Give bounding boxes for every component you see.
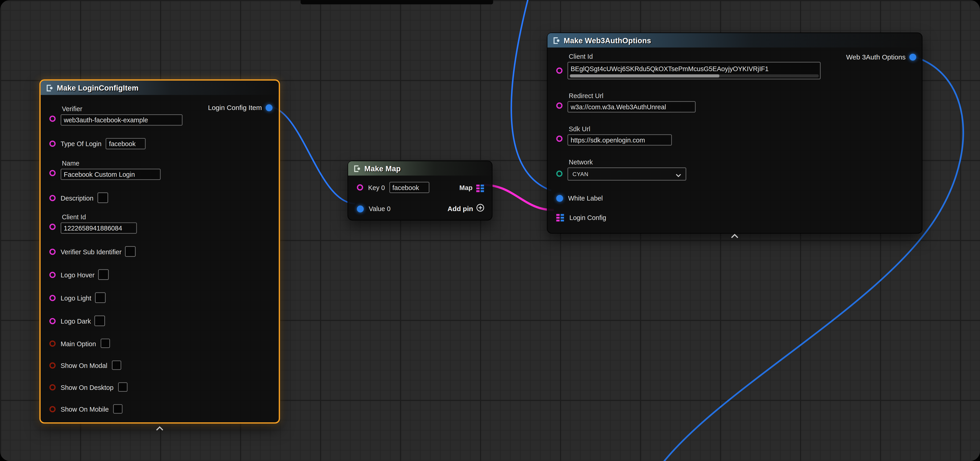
input-pin-verifier[interactable]: [49, 116, 56, 122]
pin-label-redirect-url: Redirect Url: [569, 92, 696, 100]
input-pin-type-of-login[interactable]: [49, 141, 56, 147]
sdk-url-input[interactable]: [568, 134, 672, 145]
input-pin-value-0[interactable]: [357, 205, 364, 212]
add-pin-button[interactable]: Add pin: [447, 203, 484, 214]
wire-top-to-whitelabel[interactable]: [511, 0, 551, 191]
input-pin-logo-light[interactable]: [49, 294, 56, 301]
pin-label-main-option: Main Option: [60, 340, 96, 347]
make-map-icon: [353, 165, 361, 172]
name-input[interactable]: [60, 169, 161, 180]
node-make-map[interactable]: Make Map Key 0 Map Value 0: [347, 161, 493, 221]
node-make-web3authoptions-header[interactable]: Make Web3AuthOptions: [547, 33, 922, 48]
logo-hover-input[interactable]: [99, 269, 109, 280]
network-dropdown[interactable]: CYAN: [568, 167, 686, 180]
verifier-sub-identifier-input[interactable]: [126, 246, 136, 257]
node-make-map-header[interactable]: Make Map: [348, 161, 492, 176]
output-pin-map[interactable]: [476, 183, 485, 192]
input-pin-show-on-mobile[interactable]: [49, 406, 56, 412]
pin-label-network: Network: [569, 158, 686, 165]
add-pin-plus-icon: [476, 203, 485, 214]
pin-label-login-config: Login Config: [570, 213, 606, 221]
pin-label-verifier: Verifier: [62, 105, 182, 113]
client-id-input[interactable]: [60, 223, 137, 234]
pin-label-type-of-login: Type Of Login: [60, 140, 102, 148]
pin-label-name: Name: [62, 159, 161, 167]
input-pin-white-label[interactable]: [556, 195, 563, 202]
pin-label-verifier-sub-identifier: Verifier Sub Identifier: [60, 248, 121, 255]
pin-label-client-id: Client Id: [62, 213, 137, 221]
input-pin-client-id[interactable]: [556, 67, 563, 74]
logo-dark-input[interactable]: [95, 316, 105, 326]
node-make-web3authoptions[interactable]: Make Web3AuthOptions Web 3Auth Options C…: [547, 32, 923, 234]
input-pin-logo-dark[interactable]: [49, 318, 56, 324]
client-id-input[interactable]: [568, 64, 820, 74]
add-pin-label: Add pin: [447, 205, 473, 213]
pin-label-client-id: Client Id: [569, 52, 821, 60]
input-pin-network[interactable]: [556, 170, 563, 177]
collapse-chevron-icon[interactable]: [156, 422, 164, 434]
pin-label-sdk-url: Sdk Url: [569, 125, 672, 132]
pin-label-value-0: Value 0: [369, 205, 390, 213]
node-make-loginconfigitem[interactable]: Make LoginConfigItem Login Config Item V…: [39, 79, 280, 423]
network-dropdown-value: CYAN: [573, 171, 589, 177]
verifier-input[interactable]: [60, 114, 183, 126]
input-pin-login-config[interactable]: [556, 213, 565, 221]
pin-label-map: Map: [459, 184, 473, 191]
input-pin-show-on-modal[interactable]: [49, 362, 56, 368]
collapse-chevron-icon[interactable]: [731, 230, 739, 241]
chevron-down-icon: [676, 168, 681, 180]
pin-label-show-on-desktop: Show On Desktop: [60, 383, 113, 391]
input-pin-sdk-url[interactable]: [556, 136, 563, 142]
type-of-login-input[interactable]: [106, 138, 146, 149]
input-pin-redirect-url[interactable]: [556, 102, 563, 109]
client-id-scrollbar[interactable]: [570, 74, 819, 78]
logo-light-input[interactable]: [95, 292, 105, 303]
description-input[interactable]: [97, 192, 108, 203]
node-title: Make Map: [364, 164, 401, 173]
pin-label-logo-light: Logo Light: [60, 294, 91, 301]
node-title: Make LoginConfigItem: [57, 83, 138, 92]
main-option-checkbox[interactable]: [100, 339, 110, 348]
show-on-desktop-checkbox[interactable]: [118, 382, 127, 392]
blueprint-graph[interactable]: Make LoginConfigItem Login Config Item V…: [0, 0, 980, 461]
pin-label-logo-dark: Logo Dark: [60, 317, 91, 325]
input-pin-show-on-desktop[interactable]: [49, 384, 56, 390]
make-struct-icon: [552, 37, 560, 44]
input-pin-main-option[interactable]: [49, 340, 56, 347]
input-pin-verifier-sub-identifier[interactable]: [49, 248, 56, 254]
client-id-scroll-thumb[interactable]: [570, 74, 720, 78]
blueprint-editor: Make LoginConfigItem Login Config Item V…: [0, 0, 980, 461]
pin-label-white-label: White Label: [568, 194, 603, 202]
node-make-loginconfigitem-header[interactable]: Make LoginConfigItem: [41, 81, 279, 95]
input-pin-key-0[interactable]: [357, 184, 363, 191]
show-on-modal-checkbox[interactable]: [111, 360, 121, 370]
pin-label-show-on-mobile: Show On Mobile: [60, 405, 109, 413]
input-pin-description[interactable]: [49, 195, 56, 201]
redirect-url-input[interactable]: [568, 101, 696, 113]
client-id-input-box[interactable]: [568, 62, 821, 79]
input-pin-client-id[interactable]: [49, 224, 56, 230]
key-0-input[interactable]: [389, 182, 430, 193]
input-pin-logo-hover[interactable]: [49, 272, 56, 278]
wire-loginconfigitem-to-value0[interactable]: [269, 106, 355, 203]
pin-label-logo-hover: Logo Hover: [60, 271, 94, 278]
pin-label-show-on-modal: Show On Modal: [60, 361, 107, 369]
make-struct-icon: [46, 84, 53, 91]
show-on-mobile-checkbox[interactable]: [113, 404, 123, 414]
pin-label-key-0: Key 0: [368, 184, 385, 191]
offscreen-node-edge: [301, 0, 493, 4]
input-pin-name[interactable]: [49, 170, 56, 176]
node-title: Make Web3AuthOptions: [564, 36, 651, 45]
pin-label-description: Description: [60, 194, 94, 202]
